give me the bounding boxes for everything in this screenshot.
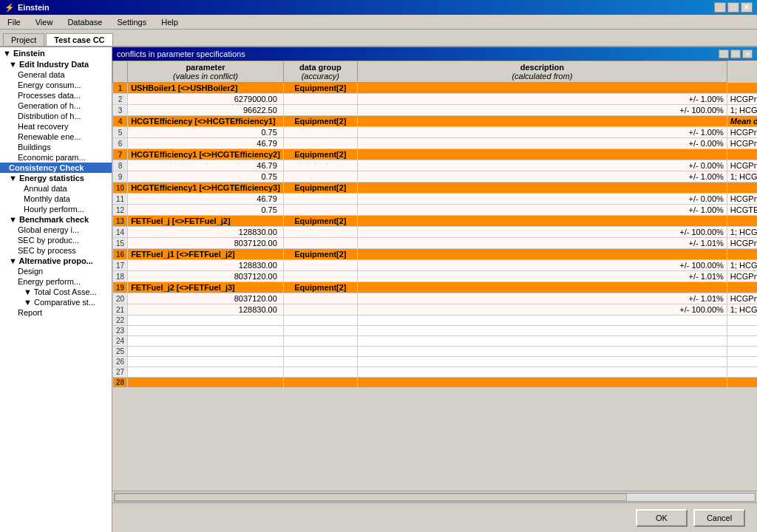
dialog-title-bar: conflicts in parameter specifications _ … bbox=[112, 47, 757, 61]
row-number: 10 bbox=[113, 183, 128, 194]
row-number: 21 bbox=[113, 304, 128, 316]
menu-bar: File View Database Settings Help bbox=[0, 15, 757, 30]
table-row: 13FETFuel_j [<>FETFuel_j2]Equipment[2] bbox=[113, 216, 758, 227]
row-number: 12 bbox=[113, 205, 128, 216]
table-row: 24 bbox=[113, 336, 758, 347]
sidebar-item-edit-industry-data[interactable]: ▼ Edit Industry Data bbox=[0, 59, 112, 69]
horizontal-scrollbar[interactable] bbox=[112, 491, 757, 502]
sidebar-item-hourly-perf[interactable]: Hourly perform... bbox=[0, 204, 112, 214]
accuracy-cell: +/- 100.00% bbox=[357, 227, 727, 238]
accuracy-cell bbox=[357, 347, 727, 357]
description-cell: HCGPnom; HPerDayEq; NDaysEq; PartLoad; 1… bbox=[727, 138, 757, 149]
sidebar-item-energy-consum[interactable]: Energy consum... bbox=[0, 80, 112, 90]
description-cell: HCGPnom; HCGTEfficiency; bbox=[727, 127, 757, 138]
row-number: 27 bbox=[113, 367, 128, 378]
sidebar-item-benchmark-check[interactable]: ▼ Benchmark check bbox=[0, 214, 112, 225]
sidebar-item-heat-recovery[interactable]: Heat recovery bbox=[0, 121, 112, 132]
table-row: 23 bbox=[113, 326, 758, 336]
accuracy-cell bbox=[357, 378, 727, 388]
sidebar-item-total-cost[interactable]: ▼ Total Cost Asse... bbox=[0, 287, 112, 297]
table-row: 188037120.00+/- 1.01%HCGPnom; HPerDayEq;… bbox=[113, 271, 758, 282]
dialog-maximize-button[interactable]: □ bbox=[730, 50, 741, 58]
tab-testcase-cc[interactable]: Test case CC bbox=[46, 33, 112, 46]
param-cell: 128830.00 bbox=[128, 304, 284, 316]
menu-help[interactable]: Help bbox=[157, 16, 183, 28]
sidebar-item-general-data[interactable]: General data bbox=[0, 69, 112, 80]
close-button[interactable]: ✕ bbox=[741, 2, 753, 13]
sidebar-item-energy-perf[interactable]: Energy perform... bbox=[0, 276, 112, 287]
table-row: 208037120.00+/- 1.01%HCGPnom; HPerDayEq;… bbox=[113, 293, 758, 304]
sidebar-item-consistency-check[interactable]: Consistency Check bbox=[0, 163, 112, 173]
row-number: 9 bbox=[113, 171, 128, 183]
dialog-close-button[interactable]: ✕ bbox=[742, 50, 753, 58]
table-row: 396622.50+/- 100.00%1; HCGPnom; HPerDayE… bbox=[113, 105, 758, 116]
dialog-title: conflicts in parameter specifications bbox=[117, 50, 245, 58]
conflict-table-container[interactable]: parameter (values in conflict) data grou… bbox=[112, 61, 757, 491]
tab-project[interactable]: Project bbox=[3, 33, 44, 46]
datagroup-cell bbox=[283, 127, 357, 138]
table-row: 26279000.00+/- 1.00%HCGPnom; HPerDayEq; … bbox=[113, 94, 758, 105]
sidebar-item-design[interactable]: Design bbox=[0, 266, 112, 276]
scroll-thumb[interactable] bbox=[115, 494, 627, 501]
dialog-window-controls[interactable]: _ □ ✕ bbox=[719, 50, 753, 58]
row-number: 13 bbox=[113, 216, 128, 227]
menu-settings[interactable]: Settings bbox=[112, 16, 151, 28]
minimize-button[interactable]: _ bbox=[714, 2, 726, 13]
description-cell: 1; HCGPnom; HPerYearEqNom; HCGTEfficienc… bbox=[727, 304, 757, 316]
menu-database[interactable]: Database bbox=[63, 16, 106, 28]
row-number: 22 bbox=[113, 316, 128, 326]
datagroup-cell bbox=[283, 138, 357, 149]
sidebar-item-comparative[interactable]: ▼ Comparative st... bbox=[0, 297, 112, 307]
datagroup-cell bbox=[283, 260, 357, 271]
table-row: 21128830.00+/- 100.00%1; HCGPnom; HPerYe… bbox=[113, 304, 758, 316]
row-number: 11 bbox=[113, 194, 128, 205]
sidebar-item-report[interactable]: Report bbox=[0, 307, 112, 318]
accuracy-cell bbox=[357, 116, 727, 127]
maximize-button[interactable]: □ bbox=[727, 2, 739, 13]
scroll-track[interactable] bbox=[114, 493, 756, 502]
sidebar-item-renewable[interactable]: Renewable ene... bbox=[0, 132, 112, 142]
param-cell: 0.75 bbox=[128, 205, 284, 216]
param-cell: 0.75 bbox=[128, 171, 284, 183]
accuracy-cell: +/- 1.01% bbox=[357, 238, 727, 249]
sidebar-item-annual-data[interactable]: Annual data bbox=[0, 183, 112, 194]
cancel-button[interactable]: Cancel bbox=[693, 509, 745, 527]
sidebar-item-economic[interactable]: Economic param... bbox=[0, 152, 112, 163]
sidebar-item-global-energy[interactable]: Global energy i... bbox=[0, 225, 112, 235]
datagroup-cell bbox=[283, 293, 357, 304]
row-number: 17 bbox=[113, 260, 128, 271]
sidebar-item-monthly-data[interactable]: Monthly data bbox=[0, 194, 112, 204]
sidebar-item-distribution[interactable]: Distribution of h... bbox=[0, 111, 112, 121]
row-number: 2 bbox=[113, 94, 128, 105]
sidebar-item-alternative[interactable]: ▼ Alternative propo... bbox=[0, 256, 112, 266]
row-number: 15 bbox=[113, 238, 128, 249]
row-number: 14 bbox=[113, 227, 128, 238]
datagroup-cell bbox=[283, 357, 357, 367]
table-row: 16FETFuel_j1 [<>FETFuel_j2]Equipment[2] bbox=[113, 249, 758, 260]
dialog-minimize-button[interactable]: _ bbox=[719, 50, 729, 58]
accuracy-cell: +/- 1.00% bbox=[357, 171, 727, 183]
row-number: 16 bbox=[113, 249, 128, 260]
sidebar-item-sec-by-process[interactable]: SEC by process bbox=[0, 245, 112, 256]
window-controls[interactable]: _ □ ✕ bbox=[714, 2, 753, 13]
sidebar-item-energy-statistics[interactable]: ▼ Energy statistics bbox=[0, 173, 112, 183]
datagroup-cell bbox=[283, 160, 357, 171]
datagroup-cell bbox=[283, 271, 357, 282]
ok-button[interactable]: OK bbox=[636, 509, 688, 527]
menu-file[interactable]: File bbox=[3, 16, 25, 28]
datagroup-cell bbox=[283, 347, 357, 357]
accuracy-cell bbox=[357, 357, 727, 367]
datagroup-cell bbox=[283, 316, 357, 326]
datagroup-cell bbox=[283, 227, 357, 238]
sidebar-item-processes-data[interactable]: Processes data... bbox=[0, 90, 112, 100]
sidebar-item-sec-by-product[interactable]: SEC by produc... bbox=[0, 235, 112, 245]
sidebar-item-generation[interactable]: Generation of h... bbox=[0, 100, 112, 111]
description-cell: 1; HCGTEfficiency; bbox=[727, 171, 757, 183]
sidebar-item-buildings[interactable]: Buildings bbox=[0, 142, 112, 152]
param-cell: 46.79 bbox=[128, 194, 284, 205]
sidebar-item-einstein[interactable]: ▼ Einstein bbox=[0, 47, 112, 59]
accuracy-cell: +/- 1.00% bbox=[357, 127, 727, 138]
menu-view[interactable]: View bbox=[31, 16, 58, 28]
accuracy-cell bbox=[357, 336, 727, 347]
param-cell: HCGTEfficiency [<>HCGTEfficiency1] bbox=[128, 116, 284, 127]
